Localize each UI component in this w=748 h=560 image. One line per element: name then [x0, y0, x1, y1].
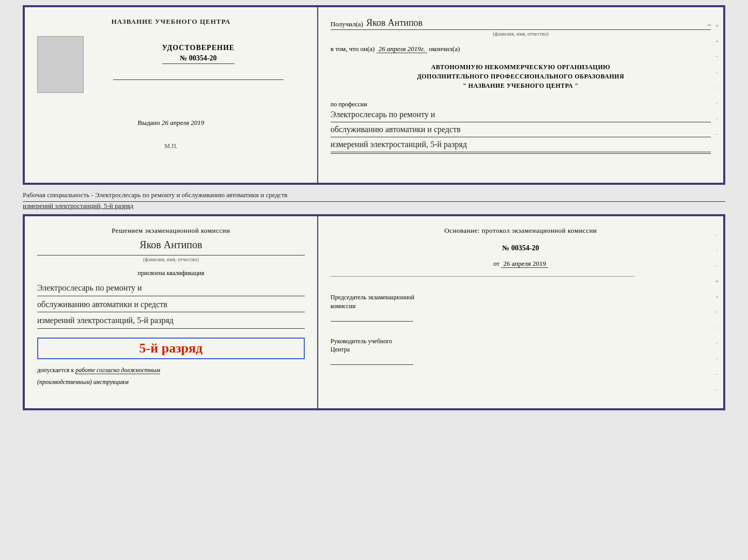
basis-label: Основание: протокол экзаменационной коми… [331, 227, 711, 235]
top-right-panel: Получил(а) Яков Антипов – (фамилия, имя,… [318, 7, 723, 183]
issued-label: Выдано [138, 119, 160, 126]
org-line1: АВТОНОМНУЮ НЕКОММЕРЧЕСКУЮ ОРГАНИЗАЦИЮ [331, 62, 711, 72]
recipient-name: Яков Антипов [366, 18, 705, 28]
photo-placeholder [37, 36, 84, 93]
date-value: 26 апреля 2019г. [377, 45, 427, 53]
bottom-left-panel: Решением экзаменационной комиссии Яков А… [25, 216, 318, 408]
допуск-line: допускается к работе согласно должностны… [37, 366, 305, 374]
middle-text: Рабочая специальность - Электрослесарь п… [23, 189, 725, 202]
chairman-label1: Председатель экзаменационной [331, 293, 711, 302]
middle-text-block: Рабочая специальность - Электрослесарь п… [23, 189, 725, 210]
date-label: в том, что он(а) [331, 45, 375, 53]
center-title: НАЗВАНИЕ УЧЕБНОГО ЦЕНТРА [112, 18, 231, 26]
stamp-line: М.П. [164, 142, 177, 150]
date-value: 26 апреля 2019 [501, 260, 548, 268]
top-left-inner: НАЗВАНИЕ УЧЕБНОГО ЦЕНТРА УДОСТОВЕРЕНИЕ №… [37, 18, 305, 150]
bottom-section: Решением экзаменационной комиссии Яков А… [23, 214, 725, 410]
допуск-text2: (производственным) инструкциям [37, 378, 305, 386]
date-label: от [493, 260, 500, 267]
middle-text2: измерений электростанций, 5-й разряд [23, 202, 725, 210]
bottom-right-side-deco: – – – и а ← – – – – – [713, 216, 721, 408]
qual-line3: измерений электростанций, 5-й разряд [37, 314, 305, 329]
date-suffix: окончил(а) [429, 45, 460, 53]
qualification-text: Электрослесарь по ремонту и обслуживанию… [37, 281, 305, 330]
org-block: АВТОНОМНУЮ НЕКОММЕРЧЕСКУЮ ОРГАНИЗАЦИЮ ДО… [331, 62, 711, 90]
profession-line1: Электрослесарь по ремонту и [331, 108, 711, 122]
profession-block: по профессии Электрослесарь по ремонту и… [331, 95, 711, 154]
commission-title: Решением экзаменационной комиссии [37, 227, 305, 235]
issued-date: 26 апреля 2019 [162, 119, 204, 126]
person-subtitle: (фамилия, имя, отчество) [37, 255, 305, 262]
right-side-decoration: и а ← – – – – – [713, 7, 721, 183]
cert-number: № 00354-20 [162, 54, 235, 64]
bottom-right-panel: Основание: протокол экзаменационной коми… [318, 216, 723, 408]
допуск-text: работе согласно должностным [75, 366, 160, 374]
profession-text: Электрослесарь по ремонту и обслуживанию… [331, 108, 711, 154]
date-line: в том, что он(а) 26 апреля 2019г. окончи… [331, 45, 711, 53]
top-left-panel: НАЗВАНИЕ УЧЕБНОГО ЦЕНТРА УДОСТОВЕРЕНИЕ №… [25, 7, 318, 183]
qualification-label: присвоена квалификация [37, 269, 305, 277]
org-line3: " НАЗВАНИЕ УЧЕБНОГО ЦЕНТРА " [331, 81, 711, 90]
recipient-line: Получил(а) Яков Антипов – [331, 18, 711, 30]
chairman-label2: комиссии [331, 302, 711, 311]
profession-line2: обслуживанию автоматики и средств [331, 123, 711, 137]
recipient-block: Получил(а) Яков Антипов – (фамилия, имя,… [331, 18, 711, 37]
chairman-block: Председатель экзаменационной комиссии [331, 293, 711, 325]
chairman-sig-line [331, 321, 413, 322]
допуск-label: допускается к [37, 366, 74, 374]
document-container: НАЗВАНИЕ УЧЕБНОГО ЦЕНТРА УДОСТОВЕРЕНИЕ №… [23, 5, 725, 410]
director-block: Руководитель учебного Центра [331, 337, 711, 369]
cert-title: УДОСТОВЕРЕНИЕ [162, 44, 235, 52]
profession-line3: измерений электростанций, 5-й разряд [331, 138, 711, 152]
recipient-label: Получил(а) [331, 20, 363, 28]
director-label1: Руководитель учебного [331, 337, 711, 346]
grade-text: 5-й разряд [45, 341, 297, 356]
protocol-date: от 26 апреля 2019 [331, 260, 711, 268]
org-line2: ДОПОЛНИТЕЛЬНОГО ПРОФЕССИОНАЛЬНОГО ОБРАЗО… [331, 72, 711, 81]
director-sig-line [331, 364, 413, 365]
qual-line1: Электрослесарь по ремонту и [37, 281, 305, 296]
profession-label: по профессии [331, 101, 711, 108]
top-section: НАЗВАНИЕ УЧЕБНОГО ЦЕНТРА УДОСТОВЕРЕНИЕ №… [23, 5, 725, 185]
director-label2: Центра [331, 345, 711, 354]
protocol-number: № 00354-20 [331, 244, 711, 252]
recipient-subtitle: (фамилия, имя, отчество) [331, 31, 711, 37]
qual-line2: обслуживанию автоматики и средств [37, 298, 305, 313]
cert-number-block: УДОСТОВЕРЕНИЕ № 00354-20 [162, 44, 235, 64]
grade-badge: 5-й разряд [37, 338, 305, 359]
issued-line: Выдано 26 апреля 2019 [138, 119, 205, 127]
person-name: Яков Антипов [37, 239, 305, 251]
